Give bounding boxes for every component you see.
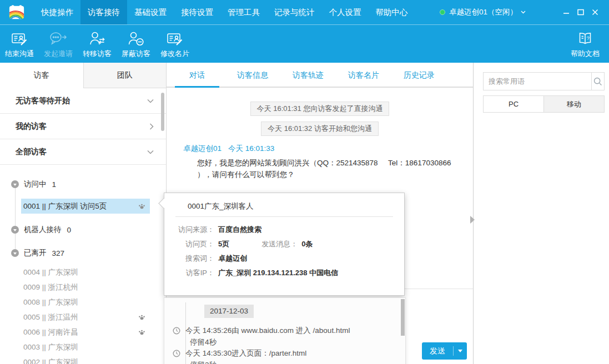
send-button[interactable]: 发送 [422,342,467,360]
system-message: 今天 16:01:32 访客开始和您沟通 [261,122,379,136]
conversation-tabs: 对话 访客信息 访客轨迹 访客名片 历史记录 [167,63,473,88]
visitor-item-active[interactable]: 0001 || 广东深圳 访问5页 [21,199,150,214]
paw-icon [138,328,145,336]
search-input[interactable] [484,73,591,90]
transfer-visitor-button[interactable]: 转移访客 [78,27,117,60]
popup-row-ip: 访客IP： 广东_深圳 219.134.121.238 中国电信 [164,266,404,280]
chat-invite-icon [49,29,68,47]
collapse-bullet-icon[interactable] [11,249,19,257]
trail-event: 今天 14:35:26由 www.baidu.com 进入 /about.htm… [173,326,350,336]
tab-visitor-info[interactable]: 访客信息 [230,63,275,87]
menu-item-help-center[interactable]: 帮助中心 [369,0,415,24]
minimize-button[interactable] [559,5,573,19]
menu-item-basic-settings[interactable]: 基础设置 [127,0,174,24]
agent-status-dropdown[interactable]: 卓越迈创01（空闲） [440,7,526,17]
tab-mobile[interactable]: 移动 [543,96,604,112]
collapse-bullet-icon[interactable] [11,226,19,234]
help-doc-button[interactable]: ? 帮助文档 [566,28,605,61]
agent-message-text: 您好，我是您的网站策划顾问洪兴（QQ：2521435878 Tel：186170… [197,157,469,180]
agent-status-label: 卓越迈创01（空闲） [449,7,517,17]
trail-scrollbar[interactable] [401,299,405,336]
chevron-down-icon [147,150,154,154]
tab-team[interactable]: 团队 [83,63,167,88]
menubar: 快捷操作 访客接待 基础设置 接待设置 管理工具 记录与统计 个人设置 帮助中心… [0,0,609,24]
help-doc-icon: ? [577,29,593,47]
tab-dialog[interactable]: 对话 [175,63,219,87]
visitor-item[interactable]: 0003 || 广东深圳 [21,340,150,355]
menu-item-admin-tools[interactable]: 管理工具 [220,0,267,24]
popup-title: 0001广东_深圳客人 [188,201,404,211]
online-status-icon [440,9,445,15]
section-no-waiting[interactable]: 无访客等待开始 [0,88,166,114]
menu-item-quick-actions[interactable]: 快捷操作 [34,0,80,24]
close-button[interactable] [588,5,602,19]
send-label: 发送 [422,346,453,356]
clock-icon [173,350,180,357]
tab-visitors[interactable]: 访客 [0,63,83,88]
transfer-visitor-label: 转移访客 [83,49,112,59]
visitor-item[interactable]: 0005 || 浙江温州 [21,310,150,325]
search-button[interactable] [591,73,604,90]
chevron-down-icon [521,11,526,14]
paw-icon [138,314,145,321]
block-visitor-label: 屏蔽访客 [122,49,150,59]
visitor-item[interactable]: 0009 || 浙江杭州 [21,280,150,295]
end-chat-label: 结束沟通 [5,49,34,59]
close-icon [592,9,598,16]
tab-pc[interactable]: PC [484,96,543,112]
popup-row-source: 访问来源： 百度自然搜索 [164,223,404,237]
group-visiting[interactable]: 访问中 1 [0,173,166,196]
trail-date-badge: 2017-12-03 [204,305,254,318]
sidebar-scrollbar[interactable] [161,93,164,131]
action-toolbar: 结束沟通 发起邀请 转移访客 屏蔽 [0,24,609,63]
agent-name-link[interactable]: 卓越迈创01 [183,144,222,153]
search-icon [593,77,603,87]
visitor-item[interactable]: 0008 || 广东深圳 [21,295,150,310]
tab-visitor-card[interactable]: 访客名片 [341,63,386,87]
system-message: 今天 16:01:31 您向访客发起了直接沟通 [250,102,390,116]
paw-icon [138,203,145,210]
tab-history[interactable]: 历史记录 [397,63,441,87]
chevron-down-icon [458,350,462,352]
visitor-sidebar: 访客 团队 无访客等待开始 我的访客 全部访客 访问中 1 0001 || 广东… [0,63,167,364]
maximize-icon [577,9,584,16]
visitor-tree: 访问中 1 0001 || 广东深圳 访问5页 机器人接待 0 已离开 327 … [0,173,166,364]
card-edit-icon [11,29,28,47]
visitor-trail-panel: 2017-12-03 今天 14:35:26由 www.baidu.com 进入… [164,297,406,364]
clock-icon [173,327,180,335]
visitor-item[interactable]: 0006 || 河南许昌 [21,325,150,340]
menu-item-reception-settings[interactable]: 接待设置 [174,0,220,24]
visitor-info-popup: 0001广东_深圳客人 访问来源： 百度自然搜索 访问页： 5页 发送消息： 0… [164,193,405,296]
chevron-right-icon [149,123,154,130]
group-robot[interactable]: 机器人接待 0 [0,218,166,241]
maximize-button[interactable] [573,5,588,19]
tab-visitor-trail[interactable]: 访客轨迹 [286,63,330,87]
user-block-icon [127,29,145,47]
trail-event: 停留3秒 [190,360,217,364]
send-options-button[interactable] [454,350,467,352]
popup-row-pages: 访问页： 5页 发送消息： 0条 [164,237,404,251]
end-chat-button[interactable]: 结束沟通 [0,27,39,60]
common-phrases-panel: PC 移动 [473,63,609,364]
menu-item-records-stats[interactable]: 记录与统计 [267,0,322,24]
send-invite-label: 发起邀请 [44,49,73,59]
group-left[interactable]: 已离开 327 [0,241,166,265]
chevron-down-icon [147,99,154,103]
popup-row-keyword: 搜索词： 卓越迈创 [164,251,404,266]
phrase-category-tabs: PC 移动 [483,95,605,113]
agent-message-header: 卓越迈创01今天 16:01:33 [183,144,473,154]
app-logo-icon [7,4,26,21]
menu-item-visitor-reception[interactable]: 访客接待 [80,0,127,24]
edit-card-label: 修改名片 [160,49,189,59]
section-my-visitors[interactable]: 我的访客 [0,114,166,139]
section-all-visitors[interactable]: 全部访客 [0,139,166,165]
panel-expand-handle[interactable] [470,216,475,224]
visitor-item[interactable]: 0004 || 广东深圳 [21,265,150,280]
visitor-item[interactable]: 0002 || 广东深圳 [21,355,150,364]
help-doc-label: 帮助文档 [571,49,600,59]
menu-item-personal-settings[interactable]: 个人设置 [322,0,369,24]
collapse-bullet-icon[interactable] [11,180,19,188]
send-invite-button[interactable]: 发起邀请 [39,27,78,60]
edit-card-button[interactable]: 修改名片 [155,27,194,60]
block-visitor-button[interactable]: 屏蔽访客 [117,27,155,60]
